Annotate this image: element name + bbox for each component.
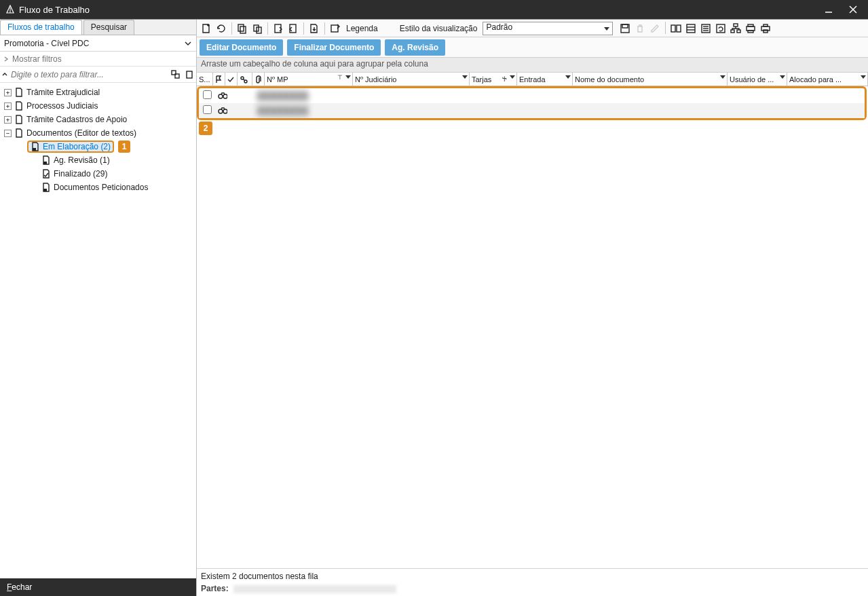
tree-filter-input[interactable] <box>11 70 169 79</box>
clipboard-in-button[interactable] <box>271 22 285 35</box>
col-numero-mp[interactable]: Nº MP⊤ <box>265 73 353 86</box>
expand-icon[interactable]: + <box>4 116 12 124</box>
viz-style-select[interactable]: Padrão <box>483 22 613 35</box>
redacted-cell: ████████ <box>257 91 309 100</box>
col-check[interactable] <box>225 73 238 86</box>
copy-button[interactable] <box>235 22 249 35</box>
svg-rect-17 <box>622 24 628 28</box>
card-view-button[interactable] <box>699 22 713 35</box>
col-numero-judiciario[interactable]: Nº Judiciário <box>353 73 470 86</box>
legend-button[interactable]: Legenda <box>346 24 378 33</box>
list-view-button[interactable] <box>684 22 698 35</box>
show-filters-toggle[interactable]: Mostrar filtros <box>0 52 196 67</box>
expand-icon[interactable]: + <box>4 103 12 110</box>
context-combo[interactable]: Promotoria - Cível PDC <box>0 35 196 52</box>
page-icon <box>41 169 51 179</box>
tree-node-processos-judiciais[interactable]: + Processos Judiciais <box>0 99 196 113</box>
svg-rect-15 <box>331 25 338 32</box>
svg-rect-20 <box>687 24 695 33</box>
window-minimize-button[interactable] <box>823 4 834 15</box>
tab-workflows[interactable]: Fluxos de trabalho <box>0 20 82 35</box>
close-button[interactable]: Fechar <box>0 578 196 596</box>
row-checkbox[interactable] <box>199 105 215 116</box>
callout-badge-2: 2 <box>199 122 212 135</box>
workflow-tree: + Trâmite Extrajudicial + Processos Judi… <box>0 83 196 578</box>
tree-node-ag-revisao[interactable]: Ag. Revisão (1) <box>0 153 196 167</box>
table-row[interactable]: ████████ <box>199 103 865 118</box>
tree-node-em-elaboracao[interactable]: Em Elaboração (2) 1 <box>0 140 196 153</box>
action-buttons-row: Editar Documento Finalizar Documento Ag.… <box>197 37 868 58</box>
page-icon <box>31 142 40 151</box>
refresh-button[interactable] <box>214 22 228 35</box>
status-count: Existem 2 documentos nesta fila <box>201 572 864 581</box>
svg-rect-35 <box>763 30 768 33</box>
tree-node-tramite-extrajudicial[interactable]: + Trâmite Extrajudicial <box>0 86 196 99</box>
expand-all-button[interactable] <box>170 69 181 80</box>
tree-node-finalizado[interactable]: Finalizado (29) <box>0 167 196 181</box>
svg-point-39 <box>219 94 223 98</box>
export-button[interactable] <box>307 22 321 35</box>
redacted-partes <box>233 585 396 593</box>
page-icon <box>41 155 51 165</box>
svg-rect-18 <box>671 25 675 32</box>
print-button[interactable] <box>759 22 772 35</box>
sidebar-tabs: Fluxos de trabalho Pesquisar <box>0 20 196 35</box>
svg-rect-9 <box>238 24 244 31</box>
svg-rect-33 <box>748 31 753 33</box>
col-alocado[interactable]: Alocado para ... <box>787 73 868 86</box>
chevron-down-icon <box>184 39 192 48</box>
main-panel: Legenda Estilo da visualização Padrão Ed… <box>197 20 868 596</box>
tree-node-documentos-peticionados[interactable]: Documentos Peticionados <box>0 181 196 194</box>
tree-node-documentos-editor[interactable]: − Documentos (Editor de textos) <box>0 126 196 140</box>
col-flag[interactable] <box>213 73 225 86</box>
print-preview-button[interactable] <box>744 22 757 35</box>
svg-rect-29 <box>731 30 734 33</box>
collapse-icon[interactable]: − <box>4 130 12 137</box>
collapse-tree-button[interactable] <box>1 71 10 78</box>
col-nome-documento[interactable]: Nome do documento <box>573 73 728 86</box>
callout-badge-1: 1 <box>118 141 130 153</box>
col-link[interactable] <box>238 73 252 86</box>
page-icon <box>14 115 24 124</box>
tree-node-tramite-cadastros[interactable]: + Trâmite Cadastros de Apoio <box>0 113 196 126</box>
svg-rect-36 <box>763 24 768 26</box>
save-layout-button[interactable] <box>618 22 632 35</box>
paste-button[interactable] <box>250 22 264 35</box>
new-document-button[interactable] <box>200 22 213 35</box>
hierarchy-button[interactable] <box>729 22 742 35</box>
col-selection[interactable]: S... <box>197 73 213 86</box>
context-combo-value: Promotoria - Cível PDC <box>4 39 184 48</box>
svg-rect-8 <box>43 189 47 191</box>
binoculars-icon[interactable] <box>215 107 230 115</box>
grid-header: S... Nº MP⊤ Nº Judiciário TarjasႵ Entrad… <box>197 73 868 86</box>
row-checkbox[interactable] <box>199 90 215 101</box>
clipboard-out-button[interactable] <box>286 22 300 35</box>
pin-icon: ⊤ <box>337 74 343 81</box>
send-review-button[interactable]: Ag. Revisão <box>385 39 445 56</box>
attach-button[interactable] <box>328 22 342 35</box>
col-tarjas[interactable]: TarjasႵ <box>470 73 517 86</box>
svg-rect-10 <box>240 26 246 33</box>
group-by-panel[interactable]: Arraste um cabeçalho de coluna aqui para… <box>197 58 868 73</box>
viz-style-label: Estilo da visualização <box>400 24 478 33</box>
edit-document-button[interactable]: Editar Documento <box>200 39 283 56</box>
svg-rect-7 <box>43 162 47 164</box>
binoculars-icon[interactable] <box>215 92 230 100</box>
col-entrada[interactable]: Entrada <box>517 73 573 86</box>
partes-label: Partes: <box>201 584 229 593</box>
refresh-grid-button[interactable] <box>714 22 728 35</box>
finalize-document-button[interactable]: Finalizar Documento <box>287 39 381 56</box>
window-title: Fluxo de Trabalho <box>19 5 823 15</box>
rows-highlight-box: ████████ ████████ <box>197 86 867 120</box>
edit-layout-button[interactable] <box>648 22 662 35</box>
tab-search[interactable]: Pesquisar <box>83 20 134 35</box>
col-attach[interactable] <box>252 73 265 86</box>
expand-icon[interactable]: + <box>4 89 12 96</box>
svg-rect-32 <box>748 24 753 26</box>
collapse-all-button[interactable] <box>184 69 195 80</box>
col-usuario[interactable]: Usuário de ... <box>728 73 787 86</box>
grid-view-double-button[interactable] <box>669 22 683 35</box>
delete-layout-button[interactable] <box>633 22 647 35</box>
table-row[interactable]: ████████ <box>199 88 865 103</box>
window-close-button[interactable] <box>848 4 858 15</box>
